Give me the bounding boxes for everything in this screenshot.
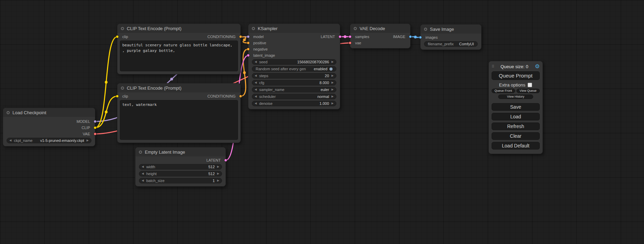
node-title-bar[interactable]: CLIP Text Encode (Prompt) <box>117 24 240 33</box>
node-title-bar[interactable]: Load Checkpoint <box>3 108 95 117</box>
queue-prompt-button[interactable]: Queue Prompt <box>492 71 540 80</box>
collapse-icon[interactable] <box>121 87 124 90</box>
node-clip-text-encode-negative[interactable]: CLIP Text Encode (Prompt) clip CONDITION… <box>117 83 241 143</box>
node-ksampler[interactable]: KSampler model LATENT positive negative … <box>248 24 340 109</box>
decrease-icon[interactable]: ◀ <box>255 61 257 63</box>
input-port-model[interactable] <box>247 35 250 38</box>
increase-icon[interactable]: ▶ <box>217 172 219 175</box>
node-title-bar[interactable]: Save Image <box>421 25 481 34</box>
port-row: vae <box>350 40 410 46</box>
load-button[interactable]: Load <box>492 113 540 120</box>
widget-steps[interactable]: ◀ steps 20 ▶ <box>252 73 336 79</box>
port-row: images <box>421 34 481 40</box>
widget-value: 1.000 <box>319 101 329 106</box>
port-row: clip CONDITIONING <box>117 34 240 40</box>
node-empty-latent-image[interactable]: Empty Latent Image LATENT ◀ width 512 ▶ … <box>135 147 226 187</box>
widget-batch-size[interactable]: ◀ batch_size 1 ▶ <box>139 178 222 183</box>
load-default-button[interactable]: Load Default <box>492 142 540 150</box>
graph-canvas[interactable]: Load Checkpoint MODEL CLIP VAE ◀ ckpt_na… <box>0 0 644 244</box>
node-vae-decode[interactable]: VAE Decode samples IMAGE vae <box>350 24 411 48</box>
output-port-model[interactable] <box>94 120 97 123</box>
output-port-image[interactable] <box>409 35 412 38</box>
increase-icon[interactable]: ▶ <box>217 165 219 168</box>
widget-scheduler[interactable]: ◀ scheduler normal ▶ <box>252 94 336 99</box>
input-port-positive[interactable] <box>247 42 250 45</box>
decrease-icon[interactable]: ◀ <box>255 102 257 105</box>
widget-sampler-name[interactable]: ◀ sampler_name euler ▶ <box>252 87 336 92</box>
widget-value: 1 <box>213 179 215 183</box>
collapse-icon[interactable] <box>424 28 427 31</box>
output-port-conditioning[interactable] <box>239 35 242 38</box>
refresh-button[interactable]: Refresh <box>492 123 540 130</box>
widget-height[interactable]: ◀ height 512 ▶ <box>139 171 222 177</box>
widget-seed[interactable]: ◀ seed 156680208700286 ▶ <box>252 59 336 65</box>
decrease-icon[interactable]: ◀ <box>255 81 257 84</box>
node-clip-text-encode-positive[interactable]: CLIP Text Encode (Prompt) clip CONDITION… <box>117 24 241 74</box>
decrease-icon[interactable]: ◀ <box>255 95 257 98</box>
drag-handle-icon[interactable]: ⠿ <box>492 64 494 69</box>
input-port-negative[interactable] <box>247 48 250 51</box>
view-queue-button[interactable]: View Queue <box>517 89 540 93</box>
random-seed-toggle[interactable] <box>329 67 333 71</box>
node-title-bar[interactable]: KSampler <box>248 24 340 33</box>
widget-value: 8.000 <box>319 81 329 85</box>
save-button[interactable]: Save <box>492 103 540 111</box>
increase-icon[interactable]: ▶ <box>332 74 334 77</box>
extra-options-checkbox[interactable] <box>528 83 532 87</box>
input-port-images[interactable] <box>419 36 422 39</box>
view-history-button[interactable]: View History <box>498 94 533 99</box>
output-port-clip[interactable] <box>94 126 97 129</box>
input-port-latent-image[interactable] <box>247 54 250 57</box>
decrease-icon[interactable]: ◀ <box>142 165 144 168</box>
decrease-icon[interactable]: ◀ <box>142 179 144 182</box>
increase-icon[interactable]: ▶ <box>332 81 334 84</box>
clear-button[interactable]: Clear <box>492 132 540 140</box>
collapse-icon[interactable] <box>252 27 255 30</box>
collapse-icon[interactable] <box>139 151 142 154</box>
extra-options-label: Extra options <box>499 82 526 88</box>
widget-denoise[interactable]: ◀ denoise 1.000 ▶ <box>252 101 336 106</box>
output-port-latent[interactable] <box>338 35 342 38</box>
positive-prompt-textarea[interactable]: beautiful scenery nature glass bottle la… <box>120 40 238 71</box>
input-port-clip[interactable] <box>116 35 119 38</box>
output-label-conditioning: CONDITIONING <box>208 94 236 98</box>
collapse-icon[interactable] <box>121 27 124 30</box>
collapse-icon[interactable] <box>7 111 10 114</box>
widget-value: euler <box>320 88 329 92</box>
input-label-images: images <box>425 35 438 39</box>
increase-icon[interactable]: ▶ <box>332 61 334 63</box>
node-title-bar[interactable]: CLIP Text Encode (Prompt) <box>117 83 240 92</box>
input-label-negative: negative <box>253 47 268 51</box>
output-port-conditioning[interactable] <box>239 95 242 98</box>
node-title-bar[interactable]: Empty Latent Image <box>135 147 226 156</box>
widget-cfg[interactable]: ◀ cfg 8.000 ▶ <box>252 80 336 85</box>
widget-width[interactable]: ◀ width 512 ▶ <box>139 164 222 170</box>
input-label-model: model <box>253 35 264 39</box>
node-load-checkpoint[interactable]: Load Checkpoint MODEL CLIP VAE ◀ ckpt_na… <box>3 108 95 146</box>
menu-header: ⠿ Queue size: 0 ⚙ <box>492 63 540 70</box>
widget-filename-prefix[interactable]: filename_prefix ComfyUI <box>424 41 478 47</box>
decrease-icon[interactable]: ◀ <box>142 172 144 175</box>
increase-icon[interactable]: ▶ <box>332 95 334 98</box>
output-port-vae[interactable] <box>94 133 97 136</box>
output-port-latent[interactable] <box>224 159 227 162</box>
collapse-icon[interactable] <box>354 27 357 30</box>
widget-random-seed[interactable]: Random seed after every gen enabled <box>252 66 336 72</box>
input-port-samples[interactable] <box>349 35 352 38</box>
negative-prompt-textarea[interactable]: text, watermark <box>120 100 238 140</box>
input-port-clip[interactable] <box>116 95 119 98</box>
input-port-vae[interactable] <box>349 42 352 45</box>
settings-gear-icon[interactable]: ⚙ <box>535 64 540 69</box>
decrease-icon[interactable]: ◀ <box>255 88 257 91</box>
queue-front-button[interactable]: Queue Front <box>492 89 515 93</box>
increase-icon[interactable]: ▶ <box>217 179 219 182</box>
increase-icon[interactable]: ▶ <box>87 139 89 142</box>
decrease-icon[interactable]: ◀ <box>9 139 11 142</box>
widget-ckpt-name[interactable]: ◀ ckpt_name v1-5-pruned-emaonly.ckpt ▶ <box>7 138 91 143</box>
decrease-icon[interactable]: ◀ <box>255 74 257 77</box>
increase-icon[interactable]: ▶ <box>332 88 334 91</box>
node-save-image[interactable]: Save Image images filename_prefix ComfyU… <box>420 24 482 50</box>
widget-name: sampler_name <box>259 88 284 92</box>
node-title-bar[interactable]: VAE Decode <box>350 24 410 33</box>
increase-icon[interactable]: ▶ <box>332 102 334 105</box>
